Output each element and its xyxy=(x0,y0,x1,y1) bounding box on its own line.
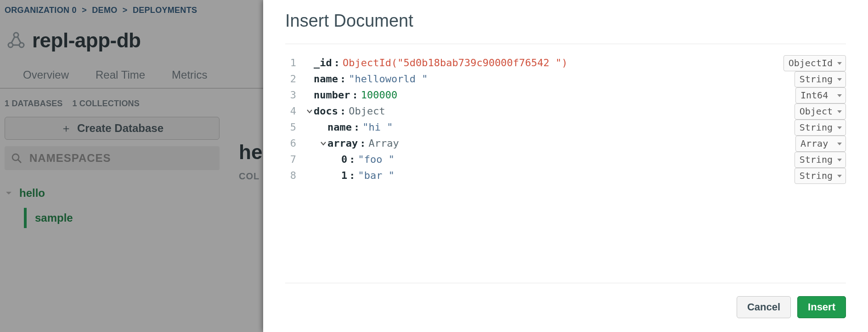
document-editor[interactable]: 1_id :ObjectId("5d0b18bab739c90000f76542… xyxy=(285,44,846,283)
field-value[interactable]: "foo " xyxy=(358,152,395,167)
type-selector[interactable]: String xyxy=(795,152,846,168)
line-number: 4 xyxy=(285,103,305,119)
type-selector[interactable]: ObjectId xyxy=(783,55,846,71)
type-selector[interactable]: String xyxy=(795,168,846,184)
type-selector[interactable]: Array xyxy=(795,136,846,152)
field-name[interactable]: array xyxy=(327,136,358,151)
line-number: 7 xyxy=(285,152,305,167)
editor-row[interactable]: 5name :"hi "String xyxy=(285,120,846,136)
line-number: 2 xyxy=(285,71,305,87)
type-selector[interactable]: String xyxy=(795,71,846,87)
field-name[interactable]: docs xyxy=(314,103,338,119)
editor-row[interactable]: 81 :"bar "String xyxy=(285,168,846,184)
field-name[interactable]: name xyxy=(327,120,352,135)
field-name[interactable]: name xyxy=(314,71,338,87)
field-value[interactable]: ObjectId("5d0b18bab739c90000f76542 ") xyxy=(343,55,568,71)
colon: : xyxy=(349,168,355,183)
type-selector[interactable]: Int64 xyxy=(795,87,846,103)
line-number: 8 xyxy=(285,168,305,183)
field-value[interactable]: Object xyxy=(349,103,385,119)
field-name[interactable]: _id xyxy=(314,55,332,71)
type-selector[interactable]: Object xyxy=(795,103,846,120)
expand-toggle-icon[interactable] xyxy=(305,109,314,114)
field-name[interactable]: 1 xyxy=(341,168,347,183)
colon: : xyxy=(334,55,340,71)
colon: : xyxy=(340,71,346,87)
colon: : xyxy=(349,152,355,167)
modal-footer: Cancel Insert xyxy=(285,283,846,318)
line-number: 6 xyxy=(285,136,305,151)
field-value[interactable]: 100000 xyxy=(361,87,397,103)
editor-row[interactable]: 2name :"helloworld "String xyxy=(285,71,846,87)
insert-document-modal: Insert Document 1_id :ObjectId("5d0b18ba… xyxy=(263,0,868,332)
cancel-button[interactable]: Cancel xyxy=(737,296,791,318)
editor-row[interactable]: 4docs :ObjectObject xyxy=(285,103,846,120)
field-value[interactable]: "hi " xyxy=(362,120,393,135)
field-value[interactable]: Array xyxy=(368,136,399,151)
editor-row[interactable]: 6array :ArrayArray xyxy=(285,136,846,152)
line-number: 5 xyxy=(285,120,305,135)
colon: : xyxy=(352,87,358,103)
line-number: 3 xyxy=(285,87,305,103)
line-number: 1 xyxy=(285,55,305,71)
insert-button[interactable]: Insert xyxy=(797,296,846,318)
colon: : xyxy=(340,103,346,119)
colon: : xyxy=(354,120,360,135)
modal-title: Insert Document xyxy=(285,11,846,44)
colon: : xyxy=(360,136,366,151)
type-selector[interactable]: String xyxy=(795,120,846,136)
expand-toggle-icon[interactable] xyxy=(319,141,327,146)
editor-row[interactable]: 3number :100000Int64 xyxy=(285,87,846,103)
field-value[interactable]: "helloworld " xyxy=(349,71,428,87)
field-name[interactable]: 0 xyxy=(341,152,347,167)
field-name[interactable]: number xyxy=(314,87,350,103)
field-value[interactable]: "bar " xyxy=(358,168,395,183)
editor-row[interactable]: 1_id :ObjectId("5d0b18bab739c90000f76542… xyxy=(285,55,846,71)
editor-row[interactable]: 70 :"foo "String xyxy=(285,152,846,168)
